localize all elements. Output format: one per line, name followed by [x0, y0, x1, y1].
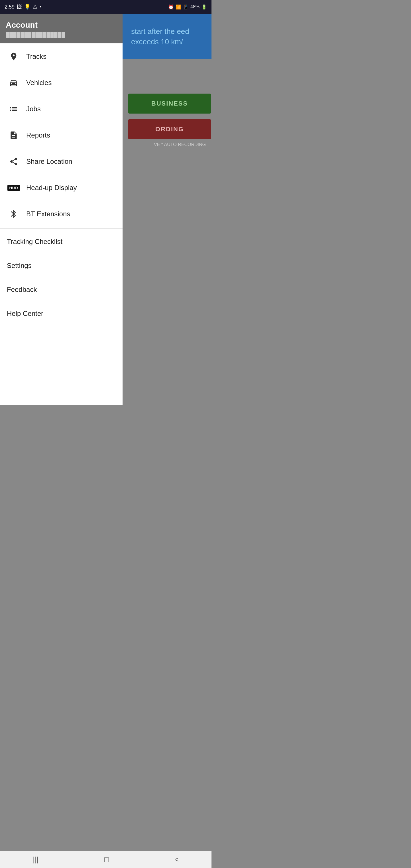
menu-item-share-location[interactable]: Share Location: [0, 148, 123, 175]
menu-item-feedback[interactable]: Feedback: [0, 278, 123, 302]
car-icon: [7, 76, 21, 90]
jobs-label: Jobs: [26, 105, 41, 113]
list-icon: [7, 102, 21, 116]
warning-icon: ⚠: [33, 4, 37, 10]
bluetooth-icon: [7, 207, 21, 221]
wifi-icon: 📶: [176, 4, 181, 10]
settings-label: Settings: [7, 262, 32, 269]
tracks-label: Tracks: [26, 53, 46, 61]
menu-item-bt-extensions[interactable]: BT Extensions: [0, 201, 123, 227]
status-bar: 2:59 🖼 💡 ⚠ • ⏰ 📶 📱 48% 🔋: [0, 0, 211, 14]
menu-item-vehicles[interactable]: Vehicles: [0, 70, 123, 96]
location-icon: 💡: [24, 4, 31, 10]
menu-item-tracks[interactable]: Tracks: [0, 43, 123, 70]
dot-indicator: •: [40, 4, 41, 10]
account-header[interactable]: Account ████████████████...: [0, 14, 123, 43]
signal-icon: 📱: [183, 4, 189, 10]
auto-recording-text: VE * AUTO RECORDING: [128, 142, 206, 147]
menu-item-jobs[interactable]: Jobs: [0, 96, 123, 122]
share-icon: [7, 155, 21, 168]
document-icon: [7, 128, 21, 142]
vehicles-label: Vehicles: [26, 79, 52, 87]
navigation-drawer: Account ████████████████... Tracks Vehic…: [0, 14, 123, 405]
menu-item-help-center[interactable]: Help Center: [0, 302, 123, 326]
menu-item-settings[interactable]: Settings: [0, 254, 123, 278]
hud-icon: HUD: [7, 181, 21, 195]
menu-divider: [0, 228, 123, 228]
head-up-display-label: Head-up Display: [26, 184, 77, 192]
reports-label: Reports: [26, 131, 50, 139]
share-location-label: Share Location: [26, 157, 72, 165]
alarm-icon: ⏰: [168, 4, 174, 10]
recording-button[interactable]: ORDING: [128, 119, 211, 139]
location-pin-icon: [7, 50, 21, 63]
blue-info-text: start after the eed exceeds 10 km/: [131, 26, 206, 47]
tracking-checklist-label: Tracking Checklist: [7, 238, 62, 245]
time-display: 2:59: [5, 4, 14, 10]
bt-extensions-label: BT Extensions: [26, 210, 70, 218]
menu-section: Tracks Vehicles Jobs: [0, 43, 123, 405]
account-title: Account: [6, 21, 117, 30]
help-center-label: Help Center: [7, 310, 43, 317]
battery-display: 48%: [191, 4, 200, 9]
gallery-icon: 🖼: [17, 4, 22, 10]
menu-item-head-up-display[interactable]: HUD Head-up Display: [0, 175, 123, 201]
account-email: ████████████████...: [6, 32, 117, 38]
battery-icon: 🔋: [201, 4, 207, 10]
menu-item-tracking-checklist[interactable]: Tracking Checklist: [0, 230, 123, 254]
feedback-label: Feedback: [7, 286, 37, 293]
menu-item-reports[interactable]: Reports: [0, 122, 123, 148]
business-button[interactable]: BUSINESS: [128, 94, 211, 114]
